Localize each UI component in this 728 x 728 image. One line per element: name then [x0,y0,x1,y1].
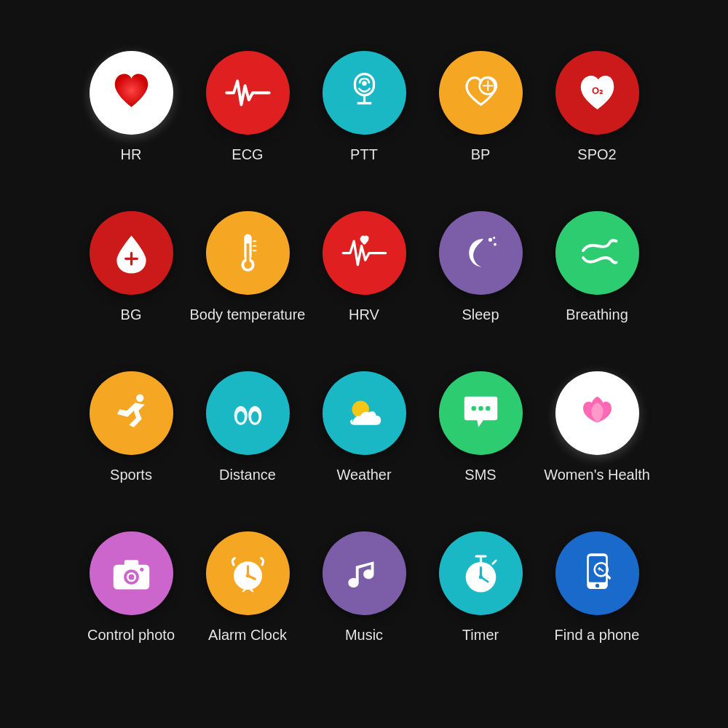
icon-control-photo [90,531,173,615]
icon-distance [206,371,290,455]
app-grid: HR ECG PTT BP O₂ SPO2 BG [58,29,670,699]
label-distance: Distance [219,465,276,484]
icon-ptt [323,51,406,135]
svg-point-34 [140,568,143,571]
svg-point-23 [237,411,244,423]
label-womens-health: Women's Health [544,465,650,484]
svg-point-33 [128,574,134,580]
svg-text:+: + [597,566,601,573]
label-sports: Sports [110,465,152,484]
app-item-bg[interactable]: BG [73,204,189,364]
app-item-breathing[interactable]: Breathing [539,204,655,364]
icon-bg [90,211,173,295]
icon-hrv [323,211,406,295]
svg-point-13 [244,261,251,269]
app-item-body-temp[interactable]: Body temperature [189,204,306,364]
app-item-distance[interactable]: Distance [189,364,306,524]
icon-sports [90,371,173,455]
app-item-hr[interactable]: HR [73,44,189,204]
icon-body-temp [206,211,290,295]
svg-point-18 [494,243,496,246]
svg-point-20 [136,395,143,402]
icon-hr [90,51,173,135]
label-music: Music [345,625,383,644]
app-item-sports[interactable]: Sports [73,364,189,524]
svg-point-24 [251,411,258,423]
app-item-music[interactable]: Music [306,524,422,684]
icon-timer [439,531,523,615]
app-item-spo2[interactable]: O₂ SPO2 [539,44,655,204]
svg-point-28 [486,406,491,411]
app-item-bp[interactable]: BP [422,44,539,204]
svg-line-47 [492,561,496,564]
app-item-control-photo[interactable]: Control photo [73,524,189,684]
label-spo2: SPO2 [577,145,616,164]
svg-point-19 [493,237,495,239]
app-item-sleep[interactable]: Sleep [422,204,539,364]
icon-womens-health [555,371,639,455]
icon-alarm-clock [206,531,290,615]
label-alarm-clock: Alarm Clock [208,625,287,644]
svg-point-27 [478,406,483,411]
label-hr: HR [121,145,142,164]
app-item-weather[interactable]: Weather [306,364,422,524]
svg-point-38 [245,574,249,577]
svg-point-26 [471,406,476,411]
label-sleep: Sleep [462,305,499,324]
label-body-temp: Body temperature [190,305,306,324]
app-item-ecg[interactable]: ECG [189,44,306,204]
app-item-hrv[interactable]: HRV [306,204,422,364]
svg-point-3 [362,81,367,86]
label-bg: BG [121,305,142,324]
label-timer: Timer [462,625,499,644]
icon-ecg [206,51,290,135]
app-item-alarm-clock[interactable]: Alarm Clock [189,524,306,684]
app-item-sms[interactable]: SMS [422,364,539,524]
svg-text:O₂: O₂ [591,85,602,96]
icon-breathing [555,211,639,295]
icon-sleep [439,211,523,295]
label-hrv: HRV [349,305,379,324]
icon-spo2: O₂ [555,51,639,135]
svg-rect-30 [124,560,138,567]
label-bp: BP [471,145,491,164]
label-find-phone: Find a phone [555,625,640,644]
app-item-womens-health[interactable]: Women's Health [539,364,655,524]
label-sms: SMS [464,465,496,484]
svg-point-17 [488,238,491,242]
label-breathing: Breathing [566,305,628,324]
label-control-photo: Control photo [87,625,175,644]
icon-music [323,531,406,615]
app-item-timer[interactable]: Timer [422,524,539,684]
icon-find-phone: + [555,531,639,615]
icon-bp [439,51,523,135]
icon-weather [323,371,406,455]
app-item-ptt[interactable]: PTT [306,44,422,204]
svg-point-50 [595,584,598,587]
label-ptt: PTT [350,145,378,164]
label-ecg: ECG [232,145,263,164]
svg-point-46 [478,575,482,579]
label-weather: Weather [336,465,391,484]
app-item-find-phone[interactable]: + Find a phone [539,524,655,684]
icon-sms [439,371,523,455]
